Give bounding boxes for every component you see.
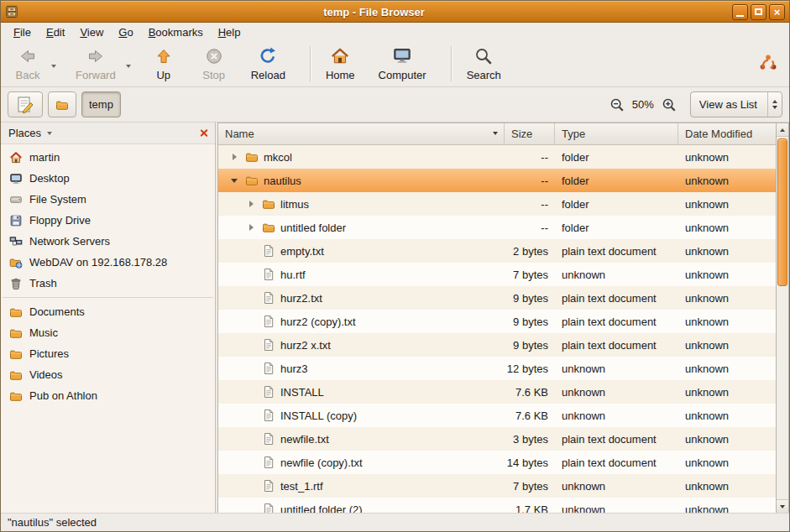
file-name: newfile.txt xyxy=(280,433,329,446)
column-label: Name xyxy=(225,128,254,140)
scrollbar-thumb[interactable] xyxy=(777,138,787,286)
list-header: NameSizeTypeDate Modified xyxy=(218,123,776,145)
file-size: 14 bytes xyxy=(505,456,555,469)
menu-item-bookmarks[interactable]: Bookmarks xyxy=(141,24,211,40)
status-bar: "nautilus" selected xyxy=(1,513,789,531)
stop-icon xyxy=(204,46,224,66)
file-row[interactable]: untitled folder--folderunknown xyxy=(218,216,776,239)
expander-closed-icon[interactable] xyxy=(228,154,240,160)
text-file-icon xyxy=(262,479,275,493)
place-label: Desktop xyxy=(29,172,70,185)
search-button[interactable]: Search xyxy=(460,44,508,84)
file-row[interactable]: INSTALL7.6 KBunknownunknown xyxy=(218,380,776,404)
edit-location-button[interactable] xyxy=(8,91,43,117)
file-row[interactable]: INSTALL (copy)7.6 KBunknownunknown xyxy=(218,404,776,427)
place-trash[interactable]: Trash xyxy=(1,273,215,294)
file-row[interactable]: nautilus--folderunknown xyxy=(218,169,776,192)
toolbar: BackForwardUpStopReloadHomeComputerSearc… xyxy=(1,41,789,87)
maximize-button[interactable] xyxy=(751,4,766,20)
titlebar[interactable]: temp - File Browser × xyxy=(1,1,789,23)
place-martin[interactable]: martin xyxy=(1,147,215,168)
file-row[interactable]: newfile (copy).txt14 bytesplain text doc… xyxy=(218,451,776,474)
places-header: Places xyxy=(1,123,215,144)
file-name: nautilus xyxy=(264,175,301,187)
close-button[interactable]: × xyxy=(769,4,785,20)
menu-item-view[interactable]: View xyxy=(72,24,111,40)
home-button[interactable]: Home xyxy=(319,44,362,84)
main-area: Places martinDesktopFile SystemFloppy Dr… xyxy=(1,123,789,513)
file-row[interactable]: litmus--folderunknown xyxy=(218,192,776,216)
place-label: martin xyxy=(29,151,60,164)
zoom-in-icon[interactable] xyxy=(662,97,677,112)
place-floppy-drive[interactable]: Floppy Drive xyxy=(1,210,215,231)
column-header-date-modified[interactable]: Date Modified xyxy=(678,123,776,145)
reload-button[interactable]: Reload xyxy=(244,44,292,84)
place-documents[interactable]: Documents xyxy=(1,301,215,322)
forward-icon xyxy=(86,46,106,66)
computer-button[interactable]: Computer xyxy=(372,44,433,84)
menu-item-edit[interactable]: Edit xyxy=(39,24,72,40)
file-row[interactable]: newfile.txt3 bytesplain text documentunk… xyxy=(218,427,776,451)
file-type: unknown xyxy=(555,503,678,514)
file-size: 9 bytes xyxy=(505,339,555,352)
place-music[interactable]: Music xyxy=(1,322,215,343)
file-row[interactable]: hurz312 bytesunknownunknown xyxy=(218,357,776,380)
column-header-size[interactable]: Size xyxy=(505,123,555,145)
menu-item-file[interactable]: File xyxy=(6,24,39,40)
places-menu-button[interactable]: Places xyxy=(8,127,52,139)
file-size: 9 bytes xyxy=(505,292,555,305)
file-type: folder xyxy=(555,198,678,211)
place-webdav-on-192-168-178-28[interactable]: WebDAV on 192.168.178.28 xyxy=(1,252,215,273)
file-row[interactable]: mkcol--folderunknown xyxy=(218,145,776,169)
place-file-system[interactable]: File System xyxy=(1,189,215,210)
place-videos[interactable]: Videos xyxy=(1,364,215,385)
list-rows: mkcol--folderunknownnautilus--folderunkn… xyxy=(218,145,776,513)
up-label: Up xyxy=(156,69,170,81)
place-label: File System xyxy=(29,193,86,206)
menu-item-help[interactable]: Help xyxy=(211,24,249,40)
text-file-icon xyxy=(262,338,275,352)
place-desktop[interactable]: Desktop xyxy=(1,168,215,189)
place-pictures[interactable]: Pictures xyxy=(1,343,215,364)
file-name: test_1.rtf xyxy=(280,480,323,493)
expander-closed-icon[interactable] xyxy=(245,201,257,207)
column-header-name[interactable]: Name xyxy=(218,123,505,145)
file-row[interactable]: test_1.rtf7 bytesunknownunknown xyxy=(218,474,776,498)
sidebar-close-button[interactable] xyxy=(197,127,211,140)
up-button[interactable]: Up xyxy=(144,44,184,84)
file-row[interactable]: untitled folder (2)1.7 KBunknownunknown xyxy=(218,498,776,513)
place-network-servers[interactable]: Network Servers xyxy=(1,231,215,252)
file-row[interactable]: hurz2 (copy).txt9 bytesplain text docume… xyxy=(218,310,776,333)
root-path-button[interactable] xyxy=(48,91,76,117)
expander-closed-icon[interactable] xyxy=(245,224,257,231)
expander-open-icon[interactable] xyxy=(228,179,240,183)
path-button-temp[interactable]: temp xyxy=(81,91,121,117)
view-as-select[interactable]: View as List xyxy=(690,91,782,117)
file-date: unknown xyxy=(678,409,776,422)
folder-icon xyxy=(9,389,23,403)
scroll-down-button[interactable] xyxy=(777,499,788,513)
minimize-button[interactable] xyxy=(732,4,748,20)
column-header-type[interactable]: Type xyxy=(555,123,678,145)
file-row[interactable]: empty.txt2 bytesplain text documentunkno… xyxy=(218,239,776,263)
place-label: Pub on Athlon xyxy=(29,389,97,402)
computer-label: Computer xyxy=(379,69,426,81)
toolbar-separator xyxy=(451,46,453,81)
file-size: 7 bytes xyxy=(505,480,555,493)
file-row[interactable]: hurz2 x.txt9 bytesplain text documentunk… xyxy=(218,333,776,357)
menu-item-go[interactable]: Go xyxy=(111,24,140,40)
file-row[interactable]: hu.rtf7 bytesunknownunknown xyxy=(218,263,776,286)
zoom-out-icon[interactable] xyxy=(610,97,625,112)
computer-icon xyxy=(392,46,412,66)
forward-history-dropdown[interactable] xyxy=(123,56,133,72)
text-file-icon xyxy=(262,456,275,469)
home-folder-icon xyxy=(9,151,23,164)
scroll-up-button[interactable] xyxy=(777,123,788,137)
file-date: unknown xyxy=(678,456,776,469)
back-history-dropdown[interactable] xyxy=(49,56,59,72)
file-row[interactable]: hurz2.txt9 bytesplain text documentunkno… xyxy=(218,286,776,310)
place-pub-on-athlon[interactable]: Pub on Athlon xyxy=(1,385,215,406)
vertical-scrollbar[interactable] xyxy=(776,123,788,513)
file-date: unknown xyxy=(678,339,776,352)
place-label: WebDAV on 192.168.178.28 xyxy=(29,256,167,269)
